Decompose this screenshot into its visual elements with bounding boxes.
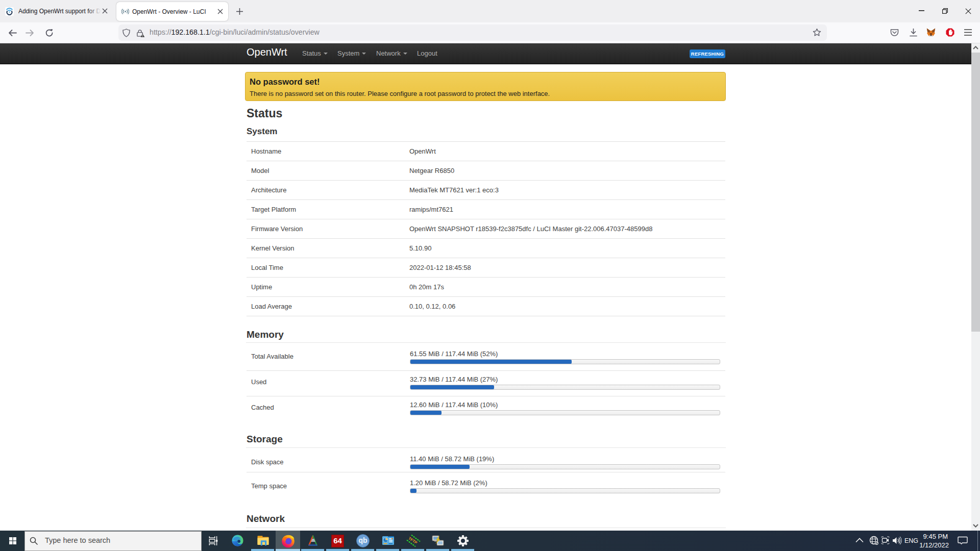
svg-text:TFTP: TFTP xyxy=(407,536,418,545)
